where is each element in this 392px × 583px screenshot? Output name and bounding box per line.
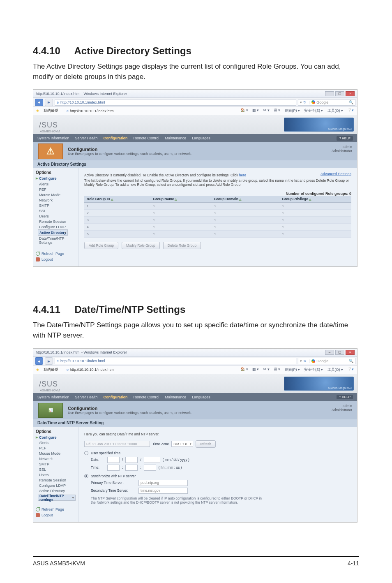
col-group-name[interactable]: Group Name△	[150, 196, 211, 203]
menu-languages[interactable]: Languages	[192, 136, 210, 140]
favorites-icon[interactable]: ★	[36, 109, 39, 113]
date-mm-input[interactable]	[107, 457, 120, 463]
sidebar-item-active-directory[interactable]: Active Directory	[39, 488, 76, 494]
sidebar-item-alerts[interactable]: Alerts	[39, 181, 76, 187]
table-row[interactable]: 5~~~	[84, 231, 351, 238]
menu-remote-control[interactable]: Remote Control	[134, 395, 159, 399]
search-icon[interactable]: 🔍	[349, 100, 353, 104]
advanced-settings-link[interactable]: Advanced Settings	[321, 172, 351, 176]
forward-button[interactable]: ►	[45, 357, 53, 365]
mail-icon[interactable]: ✉ ▾	[262, 108, 270, 113]
back-button[interactable]: ◄	[35, 99, 43, 106]
col-group-privilege[interactable]: Group Privilege△	[279, 196, 351, 203]
radio-user-specified[interactable]	[84, 451, 88, 455]
search-box[interactable]: ▾↻ | Google 🔍	[298, 358, 355, 364]
sidebar-item-smtp[interactable]: SMTP	[39, 462, 76, 467]
enable-ad-link[interactable]: here	[239, 173, 246, 177]
date-dd-input[interactable]	[125, 457, 138, 463]
table-row[interactable]: 2~~~	[84, 210, 351, 217]
print-icon[interactable]: 🖶 ▾	[273, 367, 281, 372]
feed-icon[interactable]: ▦ ▾	[251, 108, 260, 113]
sidebar-item-network[interactable]: Network	[39, 456, 76, 462]
toolbar-page[interactable]: 網頁(P) ▾	[284, 108, 301, 113]
sidebar-item-remote-session[interactable]: Remote Session	[39, 478, 76, 483]
refresh-icon[interactable]: ↻	[303, 100, 307, 104]
sidebar-item-ssl[interactable]: SSL	[39, 467, 76, 472]
user-time-option[interactable]: User specified time	[84, 451, 351, 455]
home-icon[interactable]: 🏠 ▾	[240, 367, 249, 372]
modify-role-group-button[interactable]: Modify Role Group	[122, 242, 160, 249]
sidebar-item-ldap[interactable]: Configure LDAP	[39, 483, 76, 488]
sidebar-item-ldap[interactable]: Configure LDAP	[39, 224, 76, 229]
minimize-button[interactable]: –	[325, 350, 334, 355]
mail-icon[interactable]: ✉ ▾	[262, 367, 270, 372]
favorites-label[interactable]: 我的最愛	[44, 367, 58, 372]
menu-system-information[interactable]: System Information	[37, 136, 69, 140]
toolbar-page[interactable]: 網頁(P) ▾	[284, 367, 301, 372]
refresh-icon[interactable]: ↻	[303, 359, 307, 363]
menu-configuration[interactable]: Configuration	[104, 136, 128, 140]
sidebar-item-users[interactable]: Users	[39, 472, 76, 478]
sidebar-item-remote-session[interactable]: Remote Session	[39, 219, 76, 224]
sidebar-item-pef[interactable]: PEF	[39, 446, 76, 451]
search-icon[interactable]: 🔍	[349, 359, 353, 363]
add-role-group-button[interactable]: Add Role Group	[84, 242, 118, 249]
menu-configuration[interactable]: Configuration	[104, 395, 128, 399]
col-group-domain[interactable]: Group Domain△	[212, 196, 279, 203]
feed-icon[interactable]: ▦ ▾	[251, 367, 260, 372]
refresh-page-link[interactable]: Refresh Page	[36, 507, 76, 512]
maximize-button[interactable]: ▢	[335, 350, 344, 355]
refresh-button[interactable]: refresh	[196, 440, 215, 448]
menu-maintenance[interactable]: Maintenance	[165, 395, 187, 399]
sidebar-group-configure[interactable]: ▶Configure	[36, 176, 76, 180]
favorites-label[interactable]: 我的最愛	[44, 108, 58, 113]
sidebar-item-network[interactable]: Network	[39, 197, 76, 203]
sidebar-item-alerts[interactable]: Alerts	[39, 440, 76, 446]
close-button[interactable]: ×	[346, 91, 355, 96]
logout-link[interactable]: Logout	[36, 512, 76, 518]
sidebar-item-ssl[interactable]: SSL	[39, 208, 76, 213]
back-button[interactable]: ◄	[35, 357, 43, 365]
table-row[interactable]: 3~~~	[84, 217, 351, 224]
ntp-option[interactable]: Synchronize with NTP server	[84, 474, 351, 478]
page-tab[interactable]: ehttp://10.10.10.1/index.html	[67, 109, 115, 113]
help-button[interactable]: ? HELP	[337, 395, 353, 399]
address-input[interactable]: e http://10.10.10.1/index.html	[55, 99, 296, 106]
help-icon[interactable]: ❔▾	[346, 367, 355, 372]
address-input[interactable]: e http://10.10.10.1/index.html	[55, 358, 296, 364]
help-button[interactable]: ? HELP	[337, 136, 353, 141]
maximize-button[interactable]: ▢	[335, 91, 344, 96]
sidebar-item-datetime-ntp[interactable]: Date/Time/NTP Settings	[38, 495, 76, 501]
menu-server-health[interactable]: Server Health	[75, 136, 98, 140]
sidebar-item-mouse-mode[interactable]: Mouse Mode	[39, 192, 76, 197]
favorites-icon[interactable]: ★	[36, 368, 39, 372]
toolbar-tools[interactable]: 工具(O) ▾	[327, 367, 344, 372]
print-icon[interactable]: 🖶 ▾	[273, 108, 281, 113]
sidebar-item-pef[interactable]: PEF	[39, 187, 76, 192]
forward-button[interactable]: ►	[45, 99, 53, 106]
home-icon[interactable]: 🏠 ▾	[240, 108, 249, 113]
radio-ntp-sync[interactable]	[84, 474, 88, 478]
logout-link[interactable]: Logout	[36, 257, 76, 262]
minimize-button[interactable]: –	[325, 91, 334, 96]
search-box[interactable]: ▾↻ | Google 🔍	[298, 99, 355, 106]
secondary-server-input[interactable]: time.nist.gov	[138, 488, 188, 494]
sidebar-item-smtp[interactable]: SMTP	[39, 203, 76, 208]
menu-languages[interactable]: Languages	[192, 395, 210, 399]
menu-maintenance[interactable]: Maintenance	[165, 136, 187, 140]
time-mm-input[interactable]	[125, 465, 138, 471]
menu-remote-control[interactable]: Remote Control	[134, 136, 159, 140]
refresh-page-link[interactable]: Refresh Page	[36, 251, 76, 257]
table-row[interactable]: 1~~~	[84, 203, 351, 210]
close-button[interactable]: ×	[346, 350, 355, 355]
menu-server-health[interactable]: Server Health	[75, 395, 98, 399]
sidebar-item-active-directory[interactable]: Active Directory	[38, 229, 68, 236]
time-ss-input[interactable]	[144, 465, 156, 471]
date-yyyy-input[interactable]	[144, 457, 160, 463]
table-row[interactable]: 4~~~	[84, 224, 351, 231]
menu-system-information[interactable]: System Information	[37, 395, 69, 399]
sidebar-item-users[interactable]: Users	[39, 213, 76, 219]
timezone-select[interactable]: GMT + 8	[171, 441, 193, 447]
delete-role-group-button[interactable]: Delete Role Group	[163, 242, 201, 249]
sidebar-item-datetime-ntp[interactable]: Date/Time/NTP Settings	[39, 236, 76, 245]
